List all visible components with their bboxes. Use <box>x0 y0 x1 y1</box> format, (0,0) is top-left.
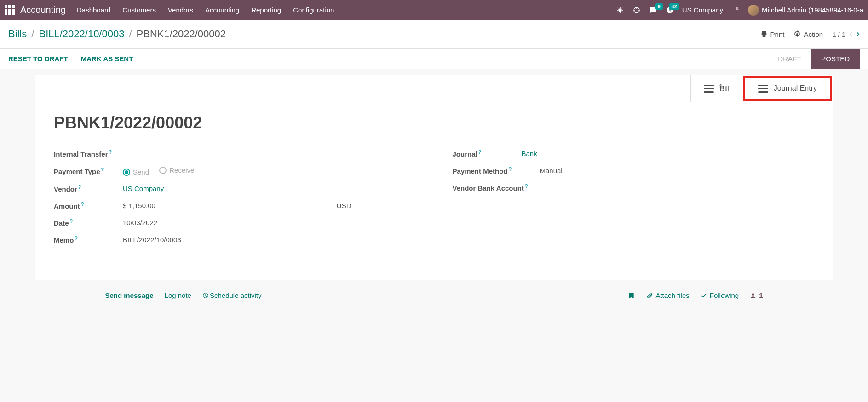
book-icon <box>628 292 635 299</box>
crumb-bills[interactable]: Bills <box>8 28 27 40</box>
vendor-value[interactable]: US Company <box>123 185 416 192</box>
payment-type-send-radio[interactable]: Send <box>123 168 149 176</box>
record-title: PBNK1/2022/00002 <box>54 113 814 133</box>
crumb-sep: / <box>129 28 132 40</box>
following-button[interactable]: Following <box>701 291 739 299</box>
amount-value: $ 1,150.00 <box>123 202 155 210</box>
apps-grid-icon[interactable] <box>5 5 15 15</box>
attachments-icon[interactable] <box>628 292 635 299</box>
breadcrumb: Bills / BILL/2022/10/0003 / PBNK1/2022/0… <box>8 28 226 40</box>
stat-button-bill[interactable]: 1Bill <box>690 75 742 102</box>
log-note-button[interactable]: Log note <box>165 291 191 299</box>
followers-button[interactable]: 1 <box>750 291 763 299</box>
vendor-bank-label: Vendor Bank Account <box>453 184 524 192</box>
help-icon[interactable]: ? <box>81 201 84 207</box>
stat-button-journal-entry[interactable]: Journal Entry <box>743 76 832 101</box>
control-right: Print Action 1 / 1 ‹ › <box>760 28 860 40</box>
top-nav: Dashboard Customers Vendors Accounting R… <box>77 6 334 14</box>
nav-configuration[interactable]: Configuration <box>293 6 334 14</box>
journal-entry-label: Journal Entry <box>774 84 817 93</box>
crumb-current: PBNK1/2022/00002 <box>137 28 226 40</box>
help-icon[interactable]: ? <box>525 183 528 189</box>
nav-vendors[interactable]: Vendors <box>168 6 193 14</box>
nav-accounting[interactable]: Accounting <box>205 6 239 14</box>
help-icon[interactable]: ? <box>478 149 482 155</box>
nav-reporting[interactable]: Reporting <box>251 6 281 14</box>
action-label: Action <box>804 30 823 38</box>
date-label: Date <box>54 219 69 227</box>
reset-draft-button[interactable]: RESET TO DRAFT <box>8 55 68 63</box>
stat-buttons-row: 1Bill Journal Entry <box>35 75 833 102</box>
memo-value: BILL/2022/10/0003 <box>123 236 416 244</box>
radio-icon <box>123 169 130 176</box>
chatter-bar: Send message Log note Schedule activity … <box>105 291 763 309</box>
payment-type-label: Payment Type <box>54 168 100 175</box>
avatar <box>748 5 759 16</box>
vendor-label: Vendor <box>54 185 77 193</box>
svg-point-5 <box>752 293 754 296</box>
help-icon[interactable]: ? <box>509 166 512 172</box>
nav-customers[interactable]: Customers <box>122 6 156 14</box>
radio-icon <box>159 167 167 174</box>
user-label: Mitchell Admin (19845894-16-0-a <box>762 6 863 14</box>
status-bar: RESET TO DRAFT MARK AS SENT DRAFT POSTED <box>0 49 868 69</box>
control-bar: Bills / BILL/2022/10/0003 / PBNK1/2022/0… <box>0 20 868 49</box>
payment-method-value: Manual <box>540 167 815 175</box>
activities-badge: 42 <box>669 3 679 10</box>
help-icon[interactable]: ? <box>78 184 81 190</box>
status-posted[interactable]: POSTED <box>811 49 860 69</box>
schedule-activity-button[interactable]: Schedule activity <box>202 291 262 299</box>
amount-currency: USD <box>337 202 351 210</box>
support-icon[interactable] <box>632 6 641 14</box>
help-icon[interactable]: ? <box>70 218 73 224</box>
clock-icon <box>202 292 209 299</box>
attach-files-button[interactable]: Attach files <box>646 291 689 299</box>
date-value: 10/03/2022 <box>123 219 416 227</box>
journal-value[interactable]: Bank <box>522 150 815 157</box>
company-selector[interactable]: US Company <box>682 6 723 14</box>
internal-transfer-checkbox[interactable] <box>123 151 129 157</box>
user-menu[interactable]: Mitchell Admin (19845894-16-0-a <box>748 5 863 16</box>
app-title[interactable]: Accounting <box>20 5 66 15</box>
amount-label: Amount <box>54 202 80 210</box>
svg-point-0 <box>618 8 622 12</box>
gear-icon <box>793 30 801 38</box>
help-icon[interactable]: ? <box>109 149 112 155</box>
list-icon <box>758 85 768 93</box>
memo-label: Memo <box>54 236 74 244</box>
svg-point-3 <box>796 33 798 35</box>
internal-transfer-label: Internal Transfer <box>54 150 108 158</box>
pager: 1 / 1 ‹ › <box>832 28 860 40</box>
messages-icon[interactable]: 9 <box>649 6 657 14</box>
pager-prev-icon[interactable]: ‹ <box>849 28 852 40</box>
activities-icon[interactable]: 42 <box>666 6 674 14</box>
top-right: 9 42 US Company Mitchell Admin (19845894… <box>616 5 863 16</box>
help-icon[interactable]: ? <box>75 235 78 241</box>
nav-dashboard[interactable]: Dashboard <box>77 6 110 14</box>
form-card: 1Bill Journal Entry PBNK1/2022/00002 Int… <box>35 75 833 280</box>
tools-icon[interactable] <box>731 6 740 14</box>
paperclip-icon <box>646 292 653 299</box>
printer-icon <box>760 30 768 38</box>
top-navbar: Accounting Dashboard Customers Vendors A… <box>0 0 868 20</box>
pager-value[interactable]: 1 / 1 <box>832 30 845 38</box>
journal-label: Journal <box>453 150 477 158</box>
help-icon[interactable]: ? <box>101 167 104 172</box>
bill-label: Bill <box>719 85 729 93</box>
print-label: Print <box>770 30 785 38</box>
crumb-bill-ref[interactable]: BILL/2022/10/0003 <box>39 28 124 40</box>
action-button[interactable]: Action <box>793 30 823 38</box>
send-message-button[interactable]: Send message <box>105 291 154 299</box>
messages-badge: 9 <box>655 3 663 10</box>
print-button[interactable]: Print <box>760 30 785 38</box>
bug-icon[interactable] <box>616 6 624 14</box>
mark-sent-button[interactable]: MARK AS SENT <box>81 55 133 63</box>
person-icon <box>750 292 756 299</box>
status-draft[interactable]: DRAFT <box>768 49 811 69</box>
check-icon <box>701 292 707 299</box>
crumb-sep: / <box>31 28 34 40</box>
pager-next-icon[interactable]: › <box>857 28 860 40</box>
list-icon <box>704 85 714 93</box>
payment-method-label: Payment Method <box>453 167 508 175</box>
payment-type-receive-radio[interactable]: Receive <box>159 166 194 174</box>
